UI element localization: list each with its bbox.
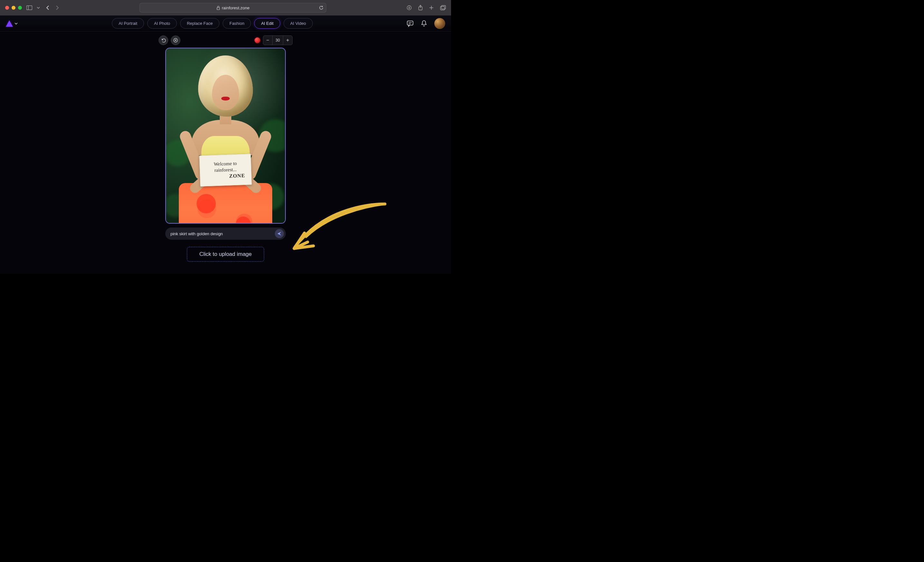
brush-size-stepper: − 30 + [263,35,292,45]
downloads-icon[interactable] [406,5,412,11]
brush-color-icon[interactable] [255,38,260,43]
user-avatar[interactable] [434,18,445,29]
url-text: rainforest.zone [222,6,250,10]
share-icon[interactable] [418,5,423,11]
send-icon [277,231,282,236]
svg-rect-0 [27,6,32,10]
prompt-input[interactable] [170,231,275,236]
upload-label: Click to upload image [200,251,252,257]
mode-tab-ai-edit[interactable]: AI Edit [254,18,280,29]
browser-chrome: rainforest.zone [0,0,451,15]
logo[interactable] [6,20,18,27]
edit-canvas[interactable]: Welcome to rainforest... ZONE [165,48,286,224]
mode-tab-ai-photo[interactable]: AI Photo [147,18,177,29]
back-icon[interactable] [46,5,50,10]
sidebar-toggle-icon[interactable] [26,6,32,10]
chevron-down-icon[interactable] [37,6,40,9]
sign-line-1: Welcome to [214,161,237,167]
new-tab-icon[interactable] [429,5,434,11]
mode-tab-replace-face[interactable]: Replace Face [180,18,219,29]
tabs-overview-icon[interactable] [440,5,446,11]
mode-tab-ai-video[interactable]: AI Video [284,18,313,29]
sign-line-3: ZONE [229,173,245,179]
mask-region [196,194,216,213]
top-nav: AI PortraitAI PhotoReplace FaceFashionAI… [0,15,451,32]
prompt-bar [165,227,286,240]
clear-button[interactable] [171,35,180,45]
mode-tabs: AI PortraitAI PhotoReplace FaceFashionAI… [18,18,406,29]
brush-size-value: 30 [272,36,283,45]
minimize-window-icon[interactable] [12,6,15,10]
logo-triangle-icon [6,20,13,27]
app-root: AI PortraitAI PhotoReplace FaceFashionAI… [0,15,451,274]
svg-rect-7 [407,21,413,25]
forward-icon[interactable] [56,5,59,10]
held-sign: Welcome to rainforest... ZONE [199,154,252,186]
upload-image-button[interactable]: Click to upload image [187,247,264,261]
reload-icon[interactable] [319,6,324,10]
brush-increase-button[interactable]: + [283,36,292,45]
mask-dot [235,223,238,224]
close-window-icon[interactable] [5,6,9,10]
svg-rect-5 [440,6,445,10]
lock-icon [216,6,220,10]
window-controls [5,6,22,10]
bell-icon[interactable] [421,20,427,27]
undo-button[interactable] [159,35,168,45]
canvas-controls: − 30 + [0,32,451,45]
maximize-window-icon[interactable] [18,6,22,10]
mode-tab-ai-portrait[interactable]: AI Portrait [112,18,144,29]
brush-decrease-button[interactable]: − [263,36,272,45]
address-bar[interactable]: rainforest.zone [140,3,326,12]
subject-figure: Welcome to rainforest... ZONE [184,56,267,223]
svg-rect-2 [217,8,219,10]
chat-icon[interactable] [406,20,414,27]
chevron-down-icon [14,22,18,26]
svg-rect-6 [441,6,446,9]
send-button[interactable] [275,229,284,238]
mode-tab-fashion[interactable]: Fashion [223,18,251,29]
sign-line-2: rainforest... [214,167,237,173]
